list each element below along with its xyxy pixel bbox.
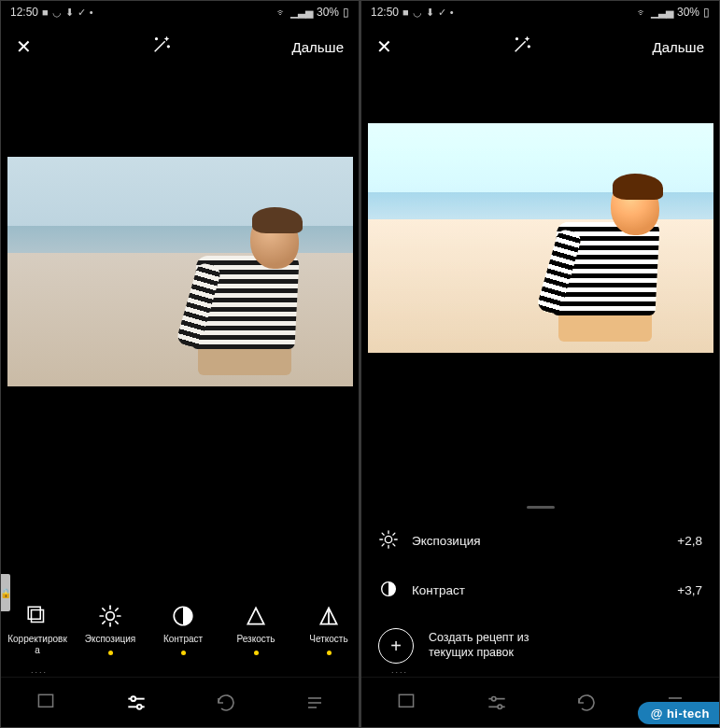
svg-point-5 [106,612,115,621]
status-icon: • [450,7,454,18]
exposure-icon [98,602,122,630]
contrast-icon [171,602,195,630]
photo-canvas[interactable] [1,70,359,473]
phone-screen-right: 12:50 ■ ◡ ⬇ ✓ • ᯤ ▁▃▅ 30% ▯ ✕ Дальше [361,1,719,727]
tool-exposure[interactable]: Экспозиция [74,602,147,655]
sharpness-icon [244,602,268,630]
svg-line-13 [116,609,118,610]
status-time: 12:50 [371,6,399,19]
tool-sharpness[interactable]: Резкость [219,602,292,655]
top-bar: ✕ Дальше [361,23,719,70]
modified-dot [181,651,186,655]
svg-rect-4 [28,607,40,619]
svg-line-35 [382,544,384,546]
svg-point-42 [498,705,501,708]
nav-undo[interactable] [215,692,237,714]
status-icon: • [90,7,93,18]
magic-wand-icon[interactable] [151,35,172,59]
status-bar: 12:50 ■ ◡ ⬇ ✓ • ᯤ ▁▃▅ 30% ▯ [361,1,719,23]
adjustment-exposure[interactable]: Экспозиция +2,8 [361,516,719,566]
svg-point-40 [492,696,496,700]
nav-presets[interactable] [394,691,418,715]
svg-line-34 [393,544,395,546]
status-right: ᯤ ▁▃▅ 30% ▯ [637,6,710,19]
close-button[interactable]: ✕ [16,35,32,58]
nav-edit[interactable] [485,691,509,715]
nav-presets[interactable] [34,691,58,715]
plus-icon: + [378,628,414,664]
svg-line-0 [155,41,165,51]
lock-tab[interactable]: 🔒 [1,574,10,611]
status-left: 12:50 ■ ◡ ⬇ ✓ • [10,6,93,19]
status-icon: ⬇ [65,7,74,19]
svg-point-2 [168,46,170,48]
svg-line-25 [515,41,526,51]
svg-line-36 [393,533,395,535]
nav-organize[interactable] [304,692,326,714]
svg-point-26 [516,38,518,40]
svg-rect-38 [400,694,414,707]
svg-point-28 [385,536,391,542]
svg-rect-3 [32,610,44,623]
battery-icon: ▯ [703,6,710,19]
signal-icon: ▁▃▅ [290,7,313,19]
adjustments-panel[interactable]: Экспозиция +2,8 Контраст +3,7 + Создать … [361,500,719,677]
status-right: ᯤ ▁▃▅ 30% ▯ [276,6,349,19]
svg-point-27 [529,46,530,48]
bottom-nav [1,677,359,727]
adjustment-label: Контраст [412,583,465,597]
photo-preview [7,157,353,386]
nav-edit[interactable] [124,691,148,715]
adjust-icon [25,602,49,630]
magic-wand-icon[interactable] [512,35,532,59]
svg-point-1 [156,38,158,40]
status-icon: ⬇ [426,7,434,19]
adjustment-label: Экспозиция [412,534,481,548]
tool-adjust[interactable]: Корректировк а [1,602,74,655]
contrast-icon [378,579,399,602]
status-icon: ◡ [52,7,62,19]
battery-pct: 30% [677,6,699,19]
clarity-icon [317,602,341,630]
battery-icon: ▯ [343,6,349,19]
nav-undo[interactable] [575,692,598,714]
status-time: 12:50 [10,6,38,19]
svg-point-21 [137,704,142,708]
adjustment-value: +2,8 [677,534,702,548]
status-bar: 12:50 ■ ◡ ⬇ ✓ • ᯤ ▁▃▅ 30% ▯ [1,1,359,23]
next-button[interactable]: Дальше [653,39,704,55]
status-icon: ✓ [438,7,446,19]
signal-icon: ▁▃▅ [651,7,673,19]
status-icon: ■ [402,7,409,18]
modified-dot [254,651,259,655]
battery-pct: 30% [317,6,339,19]
create-recipe-button[interactable]: + Создать рецепт из текущих правок [361,615,719,677]
adjustment-value: +3,7 [677,583,702,597]
wifi-icon: ᯤ [637,7,647,18]
tool-row[interactable]: Корректировк а Экспозиция Контраст Резко… [1,598,359,677]
photo-preview [368,123,713,353]
svg-line-11 [116,622,118,623]
panel-handle[interactable] [527,506,555,509]
tool-clarity[interactable]: Четкость [292,602,359,655]
modified-dot [108,651,113,655]
svg-line-12 [103,622,105,623]
recipe-label: Создать рецепт из текущих правок [429,631,529,660]
close-button[interactable]: ✕ [376,35,392,58]
tool-label: Контраст [163,634,203,645]
tool-label: Корректировк а [7,634,67,655]
preset-dots: ···· [391,667,408,677]
tool-contrast[interactable]: Контраст [147,602,219,655]
modified-dot [327,651,332,655]
next-button[interactable]: Дальше [292,39,344,55]
exposure-icon [378,529,399,553]
svg-line-10 [103,609,105,610]
adjustment-contrast[interactable]: Контраст +3,7 [361,566,719,615]
status-icon: ✓ [78,7,86,19]
wifi-icon: ᯤ [276,7,287,18]
photo-canvas[interactable] [361,70,719,406]
svg-rect-17 [39,694,53,707]
phone-screen-left: 12:50 ■ ◡ ⬇ ✓ • ᯤ ▁▃▅ 30% ▯ ✕ Дальше [1,1,359,727]
svg-point-19 [131,696,135,701]
top-bar: ✕ Дальше [1,23,359,70]
